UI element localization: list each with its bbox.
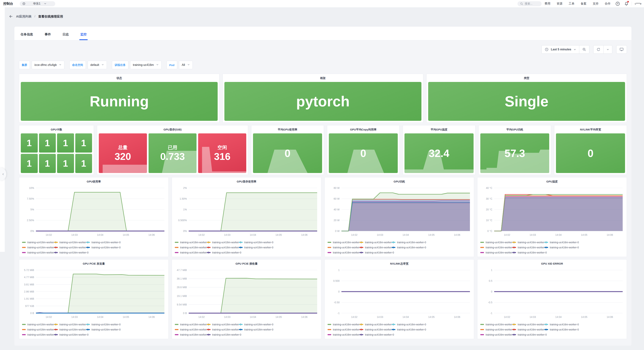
legend-item[interactable]: training-uc416m-worker-0	[86, 245, 118, 250]
legend-item[interactable]: training-uc416m-worker-0	[54, 250, 86, 255]
topbar-link-合作[interactable]: 合作	[605, 2, 610, 6]
svg-text:14:02: 14:02	[46, 315, 52, 318]
svg-text:1.91 MiB: 1.91 MiB	[24, 297, 34, 300]
svg-text:14:06: 14:06	[454, 315, 460, 318]
legend-item[interactable]: training-uc416m-worker-0	[22, 250, 54, 255]
legend-item[interactable]: training-uc416m-worker-0	[544, 240, 576, 245]
legend-item[interactable]: training-uc416m-worker-0	[328, 240, 360, 245]
refresh-button[interactable]	[594, 45, 603, 54]
legend-item[interactable]: training-uc416m-worker-0	[360, 327, 392, 332]
region-selector[interactable]: 华东1	[20, 1, 55, 6]
legend-series-name: training-uc416m-worker-0	[212, 251, 241, 254]
filter-select-Pod[interactable]: All	[179, 61, 193, 69]
legend-item[interactable]: training-uc416m-worker-0	[207, 240, 239, 245]
topbar-link-费用[interactable]: 费用	[544, 2, 550, 6]
legend-item[interactable]: training-uc416m-worker-0	[512, 240, 544, 245]
tv-mode-button[interactable]	[616, 45, 627, 54]
legend-item[interactable]: training-uc416m-worker-0	[54, 332, 86, 337]
svg-text:2.86 MiB: 2.86 MiB	[24, 290, 34, 293]
legend-item[interactable]: training-uc416m-worker-0	[22, 332, 54, 337]
legend-item[interactable]: training-uc416m-worker-0	[360, 332, 392, 337]
filter-select-训练任务[interactable]: training-uc416m	[130, 61, 162, 69]
legend-item[interactable]: training-uc416m-worker-0	[480, 250, 512, 255]
legend-item[interactable]: training-uc416m-worker-0	[360, 245, 392, 250]
legend-item[interactable]: training-uc416m-worker-0	[392, 327, 424, 332]
breadcrumb-parent[interactable]: AI应用列表	[16, 15, 32, 19]
legend-item[interactable]: training-uc416m-worker-0	[480, 245, 512, 250]
legend-item[interactable]: training-uc416m-worker-0	[207, 322, 239, 327]
legend-item[interactable]: training-uc416m-worker-0	[86, 240, 118, 245]
legend-item[interactable]: training-uc416m-worker-0	[239, 240, 271, 245]
notifications-bell-button[interactable]	[624, 1, 629, 6]
legend-item[interactable]: training-uc416m-worker-0	[86, 327, 118, 332]
legend-item[interactable]: training-uc416m-worker-0	[360, 250, 392, 255]
legend-item[interactable]: training-uc416m-worker-0	[175, 240, 207, 245]
legend-item[interactable]: training-uc416m-worker-0	[512, 322, 544, 327]
legend-item[interactable]: training-uc416m-worker-0	[22, 322, 54, 327]
legend-item[interactable]: training-uc416m-worker-0	[544, 322, 576, 327]
legend-color-swatch	[175, 242, 178, 243]
legend-item[interactable]: training-uc416m-worker-0	[512, 327, 544, 332]
zoom-out-button[interactable]	[579, 45, 589, 54]
search-input[interactable]: 搜索...	[518, 1, 542, 6]
time-range-picker[interactable]: Last 5 minutes	[542, 45, 579, 54]
topbar-link-备案[interactable]: 备案	[580, 2, 586, 6]
legend-item[interactable]: training-uc416m-worker-0	[239, 245, 271, 250]
legend-item[interactable]: training-uc416m-worker-0	[544, 245, 576, 250]
tab-事件[interactable]: 事件	[45, 32, 51, 40]
legend-item[interactable]: training-uc416m-worker-0	[360, 322, 392, 327]
legend-item[interactable]: training-uc416m-worker-0	[175, 332, 207, 337]
legend-item[interactable]: training-uc416m-worker-0	[54, 327, 86, 332]
legend-item[interactable]: training-uc416m-worker-0	[54, 322, 86, 327]
legend-item[interactable]: training-uc416m-worker-0	[22, 327, 54, 332]
topbar-link-支持[interactable]: 支持	[592, 2, 598, 6]
legend-item[interactable]: training-uc416m-worker-0	[480, 327, 512, 332]
legend-item[interactable]: training-uc416m-worker-0	[207, 327, 239, 332]
legend-item[interactable]: training-uc416m-worker-0	[54, 245, 86, 250]
legend-item[interactable]: training-uc416m-worker-0	[392, 245, 424, 250]
topbar-link-资源[interactable]: 资源	[556, 2, 562, 6]
legend-item[interactable]: training-uc416m-worker-0	[175, 245, 207, 250]
refresh-interval-dropdown[interactable]	[603, 45, 612, 54]
legend-item[interactable]: training-uc416m-worker-0	[328, 322, 360, 327]
legend-item[interactable]: training-uc416m-worker-0	[360, 240, 392, 245]
account-menu[interactable]: c****e	[635, 2, 642, 5]
legend-item[interactable]: training-uc416m-worker-0	[512, 245, 544, 250]
filter-select-集群[interactable]: icce-dfmc-zfu4gb	[32, 61, 64, 69]
legend-item[interactable]: training-uc416m-worker-0	[22, 245, 54, 250]
legend-item[interactable]: training-uc416m-worker-0	[175, 322, 207, 327]
legend-item[interactable]: training-uc416m-worker-0	[54, 240, 86, 245]
tab-任务信息[interactable]: 任务信息	[20, 32, 33, 40]
back-arrow-button[interactable]	[9, 14, 13, 19]
tab-监控[interactable]: 监控	[80, 32, 86, 40]
legend-item[interactable]: training-uc416m-worker-0	[207, 250, 239, 255]
legend-item[interactable]: training-uc416m-worker-0	[328, 245, 360, 250]
legend-item[interactable]: training-uc416m-worker-0	[480, 332, 512, 337]
legend-item[interactable]: training-uc416m-worker-0	[512, 250, 544, 255]
legend-item[interactable]: training-uc416m-worker-0	[480, 322, 512, 327]
legend-item[interactable]: training-uc416m-worker-0	[544, 327, 576, 332]
tab-日志[interactable]: 日志	[62, 32, 69, 40]
svg-text:14:06: 14:06	[607, 233, 613, 236]
legend-item[interactable]: training-uc416m-worker-0	[480, 240, 512, 245]
legend-item[interactable]: training-uc416m-worker-0	[207, 332, 239, 337]
legend-item[interactable]: training-uc416m-worker-0	[392, 240, 424, 245]
legend-item[interactable]: training-uc416m-worker-0	[86, 322, 118, 327]
legend-item[interactable]: training-uc416m-worker-0	[239, 322, 271, 327]
help-button[interactable]: ?	[615, 1, 620, 6]
topbar-link-工单[interactable]: 工单	[568, 2, 574, 6]
legend-item[interactable]: training-uc416m-worker-0	[328, 250, 360, 255]
legend-item[interactable]: training-uc416m-worker-0	[22, 240, 54, 245]
legend-item[interactable]: training-uc416m-worker-0	[207, 245, 239, 250]
panel-gpu-cards: GPU卡数 11111111	[19, 125, 94, 175]
filter-select-命名空间[interactable]: default	[88, 61, 107, 69]
legend-item[interactable]: training-uc416m-worker-0	[512, 332, 544, 337]
legend-item[interactable]: training-uc416m-worker-0	[328, 332, 360, 337]
legend-item[interactable]: training-uc416m-worker-0	[328, 327, 360, 332]
legend-item[interactable]: training-uc416m-worker-0	[175, 327, 207, 332]
legend-item[interactable]: training-uc416m-worker-0	[239, 327, 271, 332]
legend-item[interactable]: training-uc416m-worker-0	[392, 322, 424, 327]
legend-item[interactable]: training-uc416m-worker-0	[175, 250, 207, 255]
filter-value: default	[90, 63, 99, 67]
sidebar-expand-handle[interactable]: ‹	[0, 167, 6, 181]
